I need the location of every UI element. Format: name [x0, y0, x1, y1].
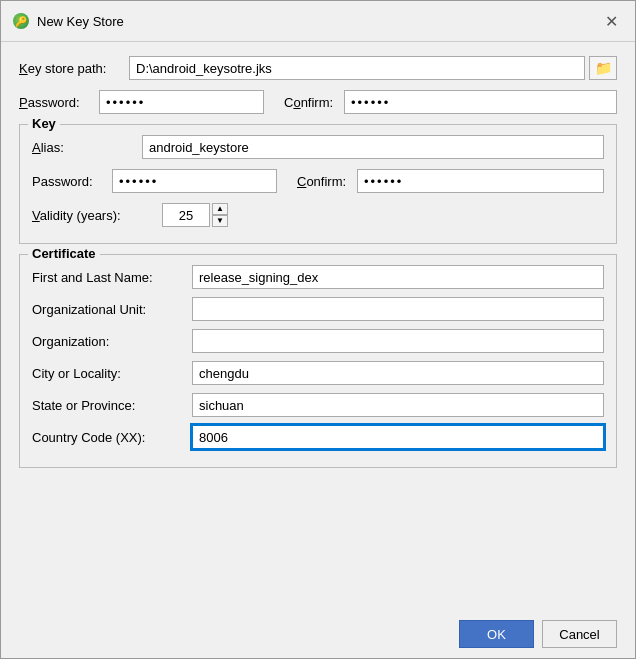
close-button[interactable]: ✕: [599, 9, 623, 33]
key-section-title: Key: [28, 116, 60, 131]
state-label: State or Province:: [32, 398, 192, 413]
key-confirm-label: Confirm:: [277, 174, 357, 189]
certificate-section: Certificate First and Last Name: Organiz…: [19, 254, 617, 468]
keystore-path-input-wrap: 📁: [129, 56, 617, 80]
city-row: City or Locality:: [32, 361, 604, 385]
validity-row: Validity (years): ▲ ▼: [32, 203, 604, 227]
keystore-path-label: Key store path:: [19, 61, 129, 76]
new-key-store-dialog: 🔑 New Key Store ✕ Key store path: 📁 Pass…: [0, 0, 636, 659]
country-input[interactable]: [192, 425, 604, 449]
org-unit-row: Organizational Unit:: [32, 297, 604, 321]
keystore-path-input[interactable]: [129, 56, 585, 80]
dialog-icon: 🔑: [13, 13, 29, 29]
dialog-content: Key store path: 📁 Password: Confirm: Key…: [1, 42, 635, 610]
certificate-section-title: Certificate: [28, 246, 100, 261]
key-password-label: Password:: [32, 174, 112, 189]
country-row: Country Code (XX):: [32, 425, 604, 449]
cancel-button[interactable]: Cancel: [542, 620, 617, 648]
ok-button[interactable]: OK: [459, 620, 534, 648]
city-input[interactable]: [192, 361, 604, 385]
validity-input[interactable]: [162, 203, 210, 227]
title-bar: 🔑 New Key Store ✕: [1, 1, 635, 42]
country-label: Country Code (XX):: [32, 430, 192, 445]
org-label: Organization:: [32, 334, 192, 349]
keystore-path-row: Key store path: 📁: [19, 56, 617, 80]
key-confirm-input[interactable]: [357, 169, 604, 193]
key-password-input[interactable]: [112, 169, 277, 193]
state-row: State or Province:: [32, 393, 604, 417]
org-unit-label: Organizational Unit:: [32, 302, 192, 317]
validity-increment-button[interactable]: ▲: [212, 203, 228, 215]
keystore-confirm-label: Confirm:: [264, 95, 344, 110]
first-last-name-row: First and Last Name:: [32, 265, 604, 289]
first-last-name-input[interactable]: [192, 265, 604, 289]
keystore-password-label: Password:: [19, 95, 99, 110]
validity-label: Validity (years):: [32, 208, 162, 223]
title-bar-left: 🔑 New Key Store: [13, 13, 124, 29]
org-input[interactable]: [192, 329, 604, 353]
first-last-name-label: First and Last Name:: [32, 270, 192, 285]
org-row: Organization:: [32, 329, 604, 353]
state-input[interactable]: [192, 393, 604, 417]
alias-label: Alias:: [32, 140, 142, 155]
browse-folder-button[interactable]: 📁: [589, 56, 617, 80]
city-label: City or Locality:: [32, 366, 192, 381]
alias-input[interactable]: [142, 135, 604, 159]
dialog-footer: OK Cancel: [1, 610, 635, 658]
keystore-password-input[interactable]: [99, 90, 264, 114]
dialog-title: New Key Store: [37, 14, 124, 29]
key-password-row: Password: Confirm:: [32, 169, 604, 193]
org-unit-input[interactable]: [192, 297, 604, 321]
folder-icon: 📁: [595, 60, 612, 76]
validity-spinner: ▲ ▼: [212, 203, 228, 227]
key-section: Key Alias: Password: Confirm: Validity (…: [19, 124, 617, 244]
keystore-password-row: Password: Confirm:: [19, 90, 617, 114]
keystore-confirm-input[interactable]: [344, 90, 617, 114]
alias-row: Alias:: [32, 135, 604, 159]
validity-decrement-button[interactable]: ▼: [212, 215, 228, 227]
